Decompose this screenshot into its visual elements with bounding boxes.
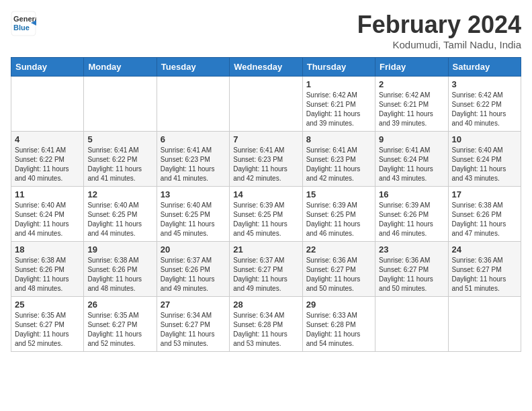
day-info: Sunrise: 6:38 AM Sunset: 6:26 PM Dayligh… <box>87 256 152 293</box>
calendar-cell: 18Sunrise: 6:38 AM Sunset: 6:26 PM Dayli… <box>11 242 84 297</box>
calendar-cell: 12Sunrise: 6:40 AM Sunset: 6:25 PM Dayli… <box>84 187 157 242</box>
day-info: Sunrise: 6:36 AM Sunset: 6:27 PM Dayligh… <box>306 256 371 293</box>
day-number: 20 <box>161 244 226 255</box>
day-number: 1 <box>306 79 371 89</box>
calendar-cell: 20Sunrise: 6:37 AM Sunset: 6:26 PM Dayli… <box>157 242 229 297</box>
day-number: 2 <box>379 79 444 89</box>
day-info: Sunrise: 6:40 AM Sunset: 6:24 PM Dayligh… <box>15 201 80 238</box>
day-info: Sunrise: 6:38 AM Sunset: 6:26 PM Dayligh… <box>15 256 80 293</box>
day-info: Sunrise: 6:33 AM Sunset: 6:28 PM Dayligh… <box>306 311 371 349</box>
calendar-cell <box>230 77 302 132</box>
day-info: Sunrise: 6:36 AM Sunset: 6:27 PM Dayligh… <box>452 256 517 293</box>
day-info: Sunrise: 6:36 AM Sunset: 6:27 PM Dayligh… <box>379 256 444 293</box>
day-number: 14 <box>233 189 298 199</box>
calendar-cell: 8Sunrise: 6:41 AM Sunset: 6:23 PM Daylig… <box>302 132 375 187</box>
day-number: 24 <box>452 244 517 255</box>
day-info: Sunrise: 6:37 AM Sunset: 6:27 PM Dayligh… <box>233 256 298 293</box>
day-number: 27 <box>161 300 226 310</box>
calendar-cell: 25Sunrise: 6:35 AM Sunset: 6:27 PM Dayli… <box>11 297 84 352</box>
calendar-cell <box>375 297 448 352</box>
weekday-header-monday: Monday <box>84 58 157 77</box>
day-info: Sunrise: 6:35 AM Sunset: 6:27 PM Dayligh… <box>15 311 80 349</box>
logo-icon: General Blue <box>11 11 36 36</box>
calendar-cell: 28Sunrise: 6:34 AM Sunset: 6:28 PM Dayli… <box>230 297 302 352</box>
page-header: General Blue February 2024 Kodumudi, Tam… <box>11 11 521 50</box>
weekday-header-thursday: Thursday <box>302 58 375 77</box>
calendar-cell: 3Sunrise: 6:42 AM Sunset: 6:22 PM Daylig… <box>448 77 521 132</box>
logo: General Blue <box>11 11 36 36</box>
calendar-cell: 7Sunrise: 6:41 AM Sunset: 6:23 PM Daylig… <box>230 132 302 187</box>
calendar-cell: 9Sunrise: 6:41 AM Sunset: 6:24 PM Daylig… <box>375 132 448 187</box>
day-number: 5 <box>87 134 152 144</box>
calendar-cell: 13Sunrise: 6:40 AM Sunset: 6:25 PM Dayli… <box>157 187 229 242</box>
calendar-cell: 4Sunrise: 6:41 AM Sunset: 6:22 PM Daylig… <box>11 132 84 187</box>
day-number: 15 <box>306 189 371 199</box>
day-number: 29 <box>306 300 371 310</box>
day-number: 13 <box>161 189 226 199</box>
day-number: 11 <box>15 189 80 199</box>
calendar-table: SundayMondayTuesdayWednesdayThursdayFrid… <box>11 57 521 352</box>
calendar-cell: 26Sunrise: 6:35 AM Sunset: 6:27 PM Dayli… <box>84 297 157 352</box>
day-number: 23 <box>379 244 444 255</box>
day-number: 10 <box>452 134 517 144</box>
day-number: 12 <box>87 189 152 199</box>
day-info: Sunrise: 6:42 AM Sunset: 6:22 PM Dayligh… <box>452 91 517 128</box>
day-number: 9 <box>379 134 444 144</box>
day-info: Sunrise: 6:41 AM Sunset: 6:23 PM Dayligh… <box>233 146 298 183</box>
day-info: Sunrise: 6:38 AM Sunset: 6:26 PM Dayligh… <box>452 201 517 238</box>
weekday-header-saturday: Saturday <box>448 58 521 77</box>
calendar-cell: 17Sunrise: 6:38 AM Sunset: 6:26 PM Dayli… <box>448 187 521 242</box>
svg-text:Blue: Blue <box>13 24 30 32</box>
day-number: 8 <box>306 134 371 144</box>
day-info: Sunrise: 6:34 AM Sunset: 6:27 PM Dayligh… <box>161 311 226 349</box>
day-info: Sunrise: 6:41 AM Sunset: 6:24 PM Dayligh… <box>379 146 444 183</box>
day-number: 22 <box>306 244 371 255</box>
calendar-cell <box>84 77 157 132</box>
day-info: Sunrise: 6:39 AM Sunset: 6:25 PM Dayligh… <box>233 201 298 238</box>
location-subtitle: Kodumudi, Tamil Nadu, India <box>357 39 521 50</box>
calendar-cell: 29Sunrise: 6:33 AM Sunset: 6:28 PM Dayli… <box>302 297 375 352</box>
day-number: 3 <box>452 79 517 89</box>
weekday-header-friday: Friday <box>375 58 448 77</box>
day-number: 19 <box>87 244 152 255</box>
day-info: Sunrise: 6:41 AM Sunset: 6:23 PM Dayligh… <box>306 146 371 183</box>
calendar-cell: 1Sunrise: 6:42 AM Sunset: 6:21 PM Daylig… <box>302 77 375 132</box>
day-info: Sunrise: 6:41 AM Sunset: 6:22 PM Dayligh… <box>15 146 80 183</box>
calendar-cell: 23Sunrise: 6:36 AM Sunset: 6:27 PM Dayli… <box>375 242 448 297</box>
calendar-cell <box>157 77 229 132</box>
calendar-cell: 14Sunrise: 6:39 AM Sunset: 6:25 PM Dayli… <box>230 187 302 242</box>
day-info: Sunrise: 6:34 AM Sunset: 6:28 PM Dayligh… <box>233 311 298 349</box>
calendar-cell: 10Sunrise: 6:40 AM Sunset: 6:24 PM Dayli… <box>448 132 521 187</box>
calendar-cell: 6Sunrise: 6:41 AM Sunset: 6:23 PM Daylig… <box>157 132 229 187</box>
calendar-cell: 16Sunrise: 6:39 AM Sunset: 6:26 PM Dayli… <box>375 187 448 242</box>
day-number: 26 <box>87 300 152 310</box>
day-info: Sunrise: 6:42 AM Sunset: 6:21 PM Dayligh… <box>306 91 371 128</box>
calendar-cell: 24Sunrise: 6:36 AM Sunset: 6:27 PM Dayli… <box>448 242 521 297</box>
title-area: February 2024 Kodumudi, Tamil Nadu, Indi… <box>357 11 521 50</box>
day-info: Sunrise: 6:37 AM Sunset: 6:26 PM Dayligh… <box>161 256 226 293</box>
calendar-cell: 22Sunrise: 6:36 AM Sunset: 6:27 PM Dayli… <box>302 242 375 297</box>
day-info: Sunrise: 6:40 AM Sunset: 6:24 PM Dayligh… <box>452 146 517 183</box>
calendar-cell: 15Sunrise: 6:39 AM Sunset: 6:25 PM Dayli… <box>302 187 375 242</box>
day-number: 7 <box>233 134 298 144</box>
weekday-header-wednesday: Wednesday <box>230 58 302 77</box>
day-info: Sunrise: 6:39 AM Sunset: 6:26 PM Dayligh… <box>379 201 444 238</box>
month-title: February 2024 <box>357 11 521 39</box>
day-number: 18 <box>15 244 80 255</box>
day-info: Sunrise: 6:41 AM Sunset: 6:23 PM Dayligh… <box>161 146 226 183</box>
day-number: 17 <box>452 189 517 199</box>
weekday-header-tuesday: Tuesday <box>157 58 229 77</box>
day-info: Sunrise: 6:40 AM Sunset: 6:25 PM Dayligh… <box>87 201 152 238</box>
calendar-cell: 21Sunrise: 6:37 AM Sunset: 6:27 PM Dayli… <box>230 242 302 297</box>
day-info: Sunrise: 6:40 AM Sunset: 6:25 PM Dayligh… <box>161 201 226 238</box>
calendar-cell: 27Sunrise: 6:34 AM Sunset: 6:27 PM Dayli… <box>157 297 229 352</box>
day-number: 28 <box>233 300 298 310</box>
calendar-cell: 2Sunrise: 6:42 AM Sunset: 6:21 PM Daylig… <box>375 77 448 132</box>
calendar-cell <box>11 77 84 132</box>
calendar-cell: 5Sunrise: 6:41 AM Sunset: 6:22 PM Daylig… <box>84 132 157 187</box>
day-info: Sunrise: 6:39 AM Sunset: 6:25 PM Dayligh… <box>306 201 371 238</box>
day-info: Sunrise: 6:35 AM Sunset: 6:27 PM Dayligh… <box>87 311 152 349</box>
day-number: 21 <box>233 244 298 255</box>
calendar-cell: 11Sunrise: 6:40 AM Sunset: 6:24 PM Dayli… <box>11 187 84 242</box>
day-number: 16 <box>379 189 444 199</box>
